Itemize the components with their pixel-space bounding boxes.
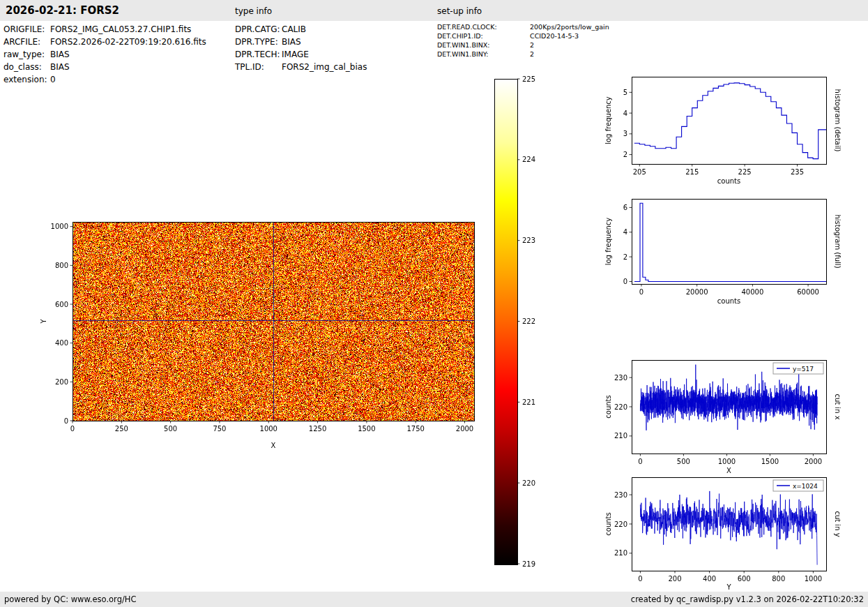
info-row: DPR.CATG:CALIB <box>235 24 367 34</box>
x-tick-label: 205 <box>633 168 646 176</box>
info-label: DPR.TYPE: <box>235 37 282 47</box>
footer-right-text: created by qc_rawdisp.py v1.2.3 on 2026-… <box>631 594 864 604</box>
file-info-block: ORIGFILE:FORS2_IMG_CAL053.27.CHIP1.fitsA… <box>3 24 206 87</box>
y-tick-label: 220 <box>614 403 627 411</box>
y-tick-label: 220 <box>614 520 627 528</box>
info-row: do_class:BIAS <box>3 62 206 72</box>
header-bar <box>0 0 868 21</box>
x-tick-label: 2000 <box>805 458 822 465</box>
colorbar-tick-label: 219 <box>522 560 535 568</box>
histogram-step-line <box>634 83 826 159</box>
right-side-label: histogram (full) <box>834 214 842 268</box>
y-tick-label: 600 <box>55 301 68 308</box>
x-tick-label: 500 <box>164 425 177 433</box>
x-tick-label: 60000 <box>797 288 819 296</box>
y-tick-label: 400 <box>55 339 68 347</box>
x-tick-label: 1500 <box>358 425 375 433</box>
x-tick-label: 1000 <box>805 575 822 583</box>
info-row: raw_type:BIAS <box>3 50 206 59</box>
x-tick-label: 500 <box>677 458 690 465</box>
x-tick-label: 1000 <box>260 425 277 433</box>
info-value: BIAS <box>50 62 70 72</box>
x-tick-label: 20000 <box>686 288 708 296</box>
y-tick-label: 800 <box>55 262 68 269</box>
bias-image-heatmap <box>73 222 474 421</box>
x-tick-label: 250 <box>115 425 128 433</box>
info-row: DET.WIN1.BINX:2 <box>437 41 609 49</box>
y-tick-label: 0 <box>623 278 627 285</box>
legend: y=517 <box>773 363 823 374</box>
x-tick-label: 1750 <box>406 425 424 433</box>
x-axis-label: Y <box>726 583 731 591</box>
info-label: DPR.TECH: <box>235 50 282 59</box>
colorbar-ticks: 219220221222223224225 <box>517 75 535 568</box>
y-tick-label: 0 <box>64 417 68 425</box>
page-title: 2026-02-21: FORS2 <box>6 4 119 17</box>
info-row: ARCFILE:FORS2.2026-02-22T09:19:20.616.fi… <box>3 37 206 47</box>
x-tick-label: 40000 <box>741 288 763 296</box>
y-axis-label: log frequency <box>604 96 612 144</box>
info-value: FORS2_IMG_CAL053.27.CHIP1.fits <box>50 24 191 34</box>
cut-y-plot: 02004006008001000210220230Ycountscut in … <box>604 478 842 592</box>
x-tick-label: 400 <box>703 575 716 583</box>
y-tick-label: 5 <box>623 89 627 96</box>
y-tick-label: 3 <box>623 130 627 137</box>
legend: x=1024 <box>773 480 823 491</box>
x-tick-label: 200 <box>668 575 681 583</box>
x-axis-label: X <box>271 442 276 449</box>
info-value: IMAGE <box>282 50 309 59</box>
colorbar-tick-label: 225 <box>522 75 535 83</box>
x-tick-label: 1250 <box>309 425 326 433</box>
info-label: ARCFILE: <box>3 37 50 47</box>
info-row: DET.CHIP1.ID:CCID20-14-5-3 <box>437 32 609 40</box>
colorbar-tick-label: 221 <box>522 398 535 406</box>
info-value: BIAS <box>50 50 70 59</box>
y-tick-label: 230 <box>614 374 627 382</box>
right-side-label: histogram (detail) <box>834 89 842 152</box>
y-axis-label: counts <box>604 395 612 418</box>
info-label: extension: <box>3 75 50 84</box>
right-side-label: cut in y <box>834 511 842 537</box>
y-tick-label: 210 <box>614 549 627 557</box>
info-row: ORIGFILE:FORS2_IMG_CAL053.27.CHIP1.fits <box>3 24 206 34</box>
x-tick-label: 2000 <box>456 425 473 433</box>
info-label: do_class: <box>3 62 50 72</box>
legend-label: y=517 <box>793 366 814 373</box>
colorbar <box>494 79 518 565</box>
info-label: DET.WIN1.BINX: <box>437 41 530 49</box>
info-value: FORS2.2026-02-22T09:19:20.616.fits <box>50 37 206 47</box>
cut-line <box>640 491 817 565</box>
info-value: 2 <box>530 41 534 49</box>
y-tick-label: 2 <box>623 253 627 261</box>
x-tick-label: 0 <box>638 575 642 583</box>
info-label: DET.CHIP1.ID: <box>437 32 530 40</box>
setup-info-block: DET.READ.CLOCK:200Kps/2ports/low_gainDET… <box>437 23 609 59</box>
y-tick-label: 210 <box>614 432 627 440</box>
y-tick-label: 6 <box>623 204 627 211</box>
x-axis-label: X <box>726 467 731 474</box>
x-tick-label: 215 <box>685 168 699 176</box>
x-tick-label: 235 <box>791 168 804 176</box>
info-value: 2 <box>530 50 534 58</box>
info-row: DPR.TYPE:BIAS <box>235 37 367 47</box>
x-tick-label: 750 <box>213 425 226 433</box>
x-tick-label: 0 <box>70 425 75 433</box>
info-row: extension:0 <box>3 75 206 84</box>
info-value: 0 <box>50 75 56 84</box>
info-value: CALIB <box>282 24 306 34</box>
y-tick-label: 1000 <box>51 223 68 230</box>
y-axis-label: log frequency <box>604 218 612 266</box>
colorbar-tick-label: 220 <box>522 479 535 487</box>
x-axis-label: counts <box>717 177 740 185</box>
legend-label: x=1024 <box>793 483 818 490</box>
cut-x-plot: 0500100015002000210220230Xcountscut in x… <box>604 361 842 475</box>
y-axis-label: Y <box>40 319 47 324</box>
y-axis-label: counts <box>604 512 612 535</box>
x-tick-label: 600 <box>738 575 751 583</box>
y-tick-label: 200 <box>55 378 68 386</box>
info-label: raw_type: <box>3 50 50 59</box>
info-row: DET.READ.CLOCK:200Kps/2ports/low_gain <box>437 23 609 31</box>
x-axis-label: counts <box>717 297 740 305</box>
info-label: DET.WIN1.BINY: <box>437 50 530 58</box>
info-label: DPR.CATG: <box>235 24 282 34</box>
